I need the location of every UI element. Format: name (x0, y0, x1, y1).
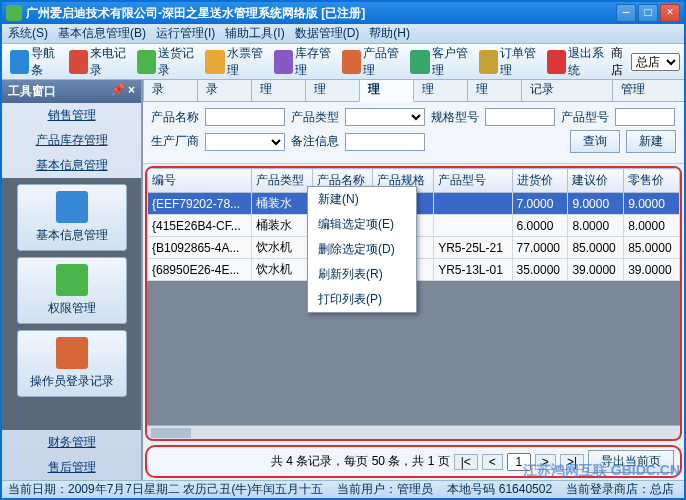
content-tabs: 来电记录 送货记录 水票管理 库存管理 产品管理 客户管理 订单管理 操作人员登… (143, 80, 684, 102)
select-type[interactable] (345, 108, 425, 126)
tab-log[interactable]: 操作人员登录记录 (521, 80, 613, 101)
side-link-finance[interactable]: 财务管理 (2, 430, 141, 455)
tb-stock[interactable]: 库存管理 (270, 43, 338, 81)
new-button[interactable]: 新建 (626, 130, 676, 153)
menu-bar: 系统(S) 基本信息管理(B) 运行管理(I) 辅助工具(I) 数据管理(D) … (2, 24, 684, 44)
query-button[interactable]: 查询 (570, 130, 620, 153)
store-select[interactable]: 总店 (631, 53, 680, 71)
status-login: 当前登录商店：总店 (566, 481, 674, 498)
watermark: 江苏鸿网互联 GBIDC.CN (523, 462, 680, 480)
tab-calls[interactable]: 来电记录 (143, 80, 198, 101)
col-pretail[interactable]: 零售价 (624, 169, 680, 193)
label-remark: 备注信息 (291, 133, 339, 150)
ctx-new[interactable]: 新建(N) (308, 187, 416, 212)
side-link-sales[interactable]: 销售管理 (2, 103, 141, 128)
menu-run[interactable]: 运行管理(I) (156, 25, 215, 42)
col-type[interactable]: 产品类型 (252, 169, 313, 193)
status-date: 当前日期：2009年7月7日星期二 农历己丑(牛)年闰五月十五 (8, 481, 323, 498)
menu-help[interactable]: 帮助(H) (369, 25, 410, 42)
tab-delivery[interactable]: 送货记录 (197, 80, 252, 101)
sidebar-pin-icon[interactable]: 📌 × (110, 83, 135, 100)
input-spec[interactable] (485, 108, 555, 126)
input-name[interactable] (205, 108, 285, 126)
ctx-print[interactable]: 打印列表(P) (308, 287, 416, 312)
col-model[interactable]: 产品型号 (434, 169, 512, 193)
label-type: 产品类型 (291, 109, 339, 126)
status-bar: 当前日期：2009年7月7日星期二 农历己丑(牛)年闰五月十五 当前用户：管理员… (2, 480, 684, 498)
ctx-refresh[interactable]: 刷新列表(R) (308, 262, 416, 287)
col-pin[interactable]: 进货价 (512, 169, 568, 193)
horizontal-scrollbar[interactable] (147, 425, 680, 439)
tab-product[interactable]: 产品管理 (359, 80, 414, 102)
side-link-after[interactable]: 售后管理 (2, 455, 141, 480)
tb-nav[interactable]: 导航条 (6, 43, 65, 81)
label-spec: 规格型号 (431, 109, 479, 126)
tb-product[interactable]: 产品管理 (338, 43, 406, 81)
menu-tools[interactable]: 辅助工具(I) (225, 25, 284, 42)
side-link-basic[interactable]: 基本信息管理 (2, 153, 141, 178)
menu-system[interactable]: 系统(S) (8, 25, 48, 42)
sidebar: 工具窗口📌 × 销售管理 产品库存管理 基本信息管理 基本信息管理 权限管理 操… (2, 80, 142, 480)
status-user: 当前用户：管理员 (337, 481, 433, 498)
pager-summary: 共 4 条记录，每页 50 条，共 1 页 (271, 453, 450, 470)
menu-data[interactable]: 数据管理(D) (295, 25, 360, 42)
col-psuggest[interactable]: 建议价 (568, 169, 624, 193)
col-id[interactable]: 编号 (148, 169, 252, 193)
page-prev[interactable]: < (482, 454, 503, 470)
maximize-button[interactable]: □ (638, 4, 658, 22)
label-factory: 生产厂商 (151, 133, 199, 150)
ctx-delete[interactable]: 删除选定项(D) (308, 237, 416, 262)
window-title: 广州爱启迪技术有限公司-深田之星送水管理系统网络版 [已注册] (26, 5, 616, 22)
menu-basic[interactable]: 基本信息管理(B) (58, 25, 146, 42)
side-btn-log[interactable]: 操作员登录记录 (17, 330, 127, 397)
sidebar-header: 工具窗口📌 × (2, 80, 141, 103)
close-button[interactable]: × (660, 4, 680, 22)
page-first[interactable]: |< (454, 454, 478, 470)
label-name: 产品名称 (151, 109, 199, 126)
tb-delivery[interactable]: 送货记录 (133, 43, 201, 81)
label-model: 产品型号 (561, 109, 609, 126)
input-model[interactable] (615, 108, 675, 126)
side-link-stock[interactable]: 产品库存管理 (2, 128, 141, 153)
select-factory[interactable] (205, 133, 285, 151)
app-icon (6, 5, 22, 21)
main-toolbar: 导航条 来电记录 送货记录 水票管理 库存管理 产品管理 客户管理 订单管理 退… (2, 44, 684, 80)
tab-basic[interactable]: 基本信息管理 (612, 80, 684, 101)
tab-customer[interactable]: 客户管理 (413, 80, 468, 101)
input-remark[interactable] (345, 133, 425, 151)
status-shop: 本地号码 61640502 (447, 481, 552, 498)
tab-stock[interactable]: 库存管理 (305, 80, 360, 101)
tab-order[interactable]: 订单管理 (467, 80, 522, 101)
tb-exit[interactable]: 退出系统 (543, 43, 611, 81)
tb-customer[interactable]: 客户管理 (406, 43, 474, 81)
side-btn-basic[interactable]: 基本信息管理 (17, 184, 127, 251)
tb-ticket[interactable]: 水票管理 (201, 43, 269, 81)
filter-panel: 产品名称 产品类型 规格型号 产品型号 生产厂商 备注信息 查询 新建 (143, 102, 684, 164)
tab-ticket[interactable]: 水票管理 (251, 80, 306, 101)
context-menu: 新建(N) 编辑选定项(E) 删除选定项(D) 刷新列表(R) 打印列表(P) (307, 186, 417, 313)
window-titlebar: 广州爱启迪技术有限公司-深田之星送水管理系统网络版 [已注册] – □ × (2, 2, 684, 24)
tb-order[interactable]: 订单管理 (475, 43, 543, 81)
product-grid-wrap: 编号 产品类型 产品名称 产品规格 产品型号 进货价 建议价 零售价 {EEF7… (145, 166, 682, 441)
minimize-button[interactable]: – (616, 4, 636, 22)
side-btn-perm[interactable]: 权限管理 (17, 257, 127, 324)
tb-calls[interactable]: 来电记录 (65, 43, 133, 81)
store-label: 商店 (611, 45, 631, 79)
ctx-edit[interactable]: 编辑选定项(E) (308, 212, 416, 237)
